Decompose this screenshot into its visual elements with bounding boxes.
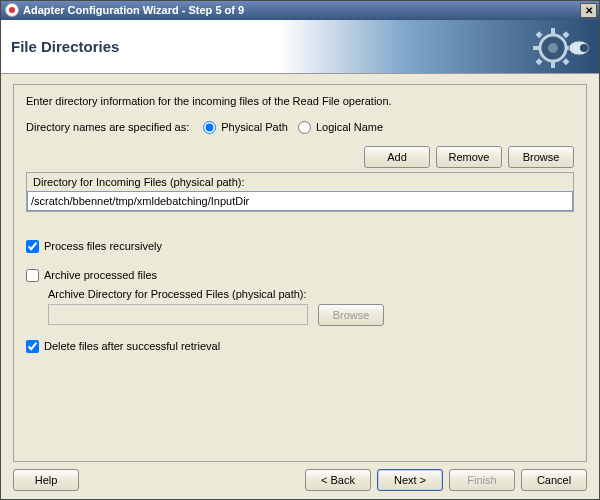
svg-rect-2 bbox=[551, 62, 555, 68]
specify-label: Directory names are specified as: bbox=[26, 121, 189, 133]
archive-block: Archive processed files Archive Director… bbox=[26, 269, 574, 326]
svg-point-11 bbox=[580, 44, 588, 52]
app-icon bbox=[5, 3, 19, 17]
svg-rect-8 bbox=[562, 58, 569, 65]
svg-rect-3 bbox=[533, 46, 539, 50]
dir-toolbar: Add Remove Browse bbox=[26, 146, 574, 168]
incoming-path-input[interactable] bbox=[27, 191, 573, 211]
radio-logical-input[interactable] bbox=[298, 121, 311, 134]
archive-path-input bbox=[48, 304, 308, 325]
titlebar: Adapter Configuration Wizard - Step 5 of… bbox=[1, 1, 599, 20]
svg-rect-1 bbox=[551, 28, 555, 34]
delete-check[interactable]: Delete files after successful retrieval bbox=[26, 340, 220, 353]
footer: Help < Back Next > Finish Cancel bbox=[1, 462, 599, 499]
radio-physical-input[interactable] bbox=[203, 121, 216, 134]
archive-check[interactable]: Archive processed files bbox=[26, 269, 157, 282]
recursive-check[interactable]: Process files recursively bbox=[26, 240, 162, 253]
close-button[interactable]: ✕ bbox=[580, 3, 597, 18]
delete-label: Delete files after successful retrieval bbox=[44, 340, 220, 352]
add-button[interactable]: Add bbox=[364, 146, 430, 168]
finish-button: Finish bbox=[449, 469, 515, 491]
recursive-label: Process files recursively bbox=[44, 240, 162, 252]
archive-sub-label: Archive Directory for Processed Files (p… bbox=[48, 288, 574, 300]
banner: File Directories bbox=[1, 20, 599, 74]
incoming-label: Directory for Incoming Files (physical p… bbox=[27, 173, 573, 191]
archive-browse-button: Browse bbox=[318, 304, 384, 326]
intro-text: Enter directory information for the inco… bbox=[26, 95, 574, 107]
delete-row: Delete files after successful retrieval bbox=[26, 340, 574, 355]
banner-art bbox=[279, 20, 599, 73]
next-button[interactable]: Next > bbox=[377, 469, 443, 491]
specify-row: Directory names are specified as: Physic… bbox=[26, 121, 574, 134]
radio-logical-label: Logical Name bbox=[316, 121, 383, 133]
remove-button[interactable]: Remove bbox=[436, 146, 502, 168]
wizard-window: Adapter Configuration Wizard - Step 5 of… bbox=[0, 0, 600, 500]
help-button[interactable]: Help bbox=[13, 469, 79, 491]
svg-rect-5 bbox=[535, 31, 542, 38]
browse-button[interactable]: Browse bbox=[508, 146, 574, 168]
radio-physical[interactable]: Physical Path bbox=[203, 121, 288, 134]
content: Enter directory information for the inco… bbox=[1, 74, 599, 462]
archive-row: Browse bbox=[48, 304, 574, 326]
back-button[interactable]: < Back bbox=[305, 469, 371, 491]
panel: Enter directory information for the inco… bbox=[13, 84, 587, 462]
svg-rect-6 bbox=[562, 31, 569, 38]
spacer bbox=[26, 212, 574, 240]
archive-sub: Archive Directory for Processed Files (p… bbox=[48, 288, 574, 326]
incoming-group: Directory for Incoming Files (physical p… bbox=[26, 172, 574, 212]
window-title: Adapter Configuration Wizard - Step 5 of… bbox=[23, 4, 576, 16]
radio-physical-label: Physical Path bbox=[221, 121, 288, 133]
archive-label: Archive processed files bbox=[44, 269, 157, 281]
archive-checkbox[interactable] bbox=[26, 269, 39, 282]
recursive-checkbox[interactable] bbox=[26, 240, 39, 253]
delete-checkbox[interactable] bbox=[26, 340, 39, 353]
radio-logical[interactable]: Logical Name bbox=[298, 121, 383, 134]
cancel-button[interactable]: Cancel bbox=[521, 469, 587, 491]
svg-rect-7 bbox=[535, 58, 542, 65]
gear-icon bbox=[531, 26, 591, 70]
page-title: File Directories bbox=[1, 38, 119, 55]
svg-point-9 bbox=[548, 43, 558, 53]
